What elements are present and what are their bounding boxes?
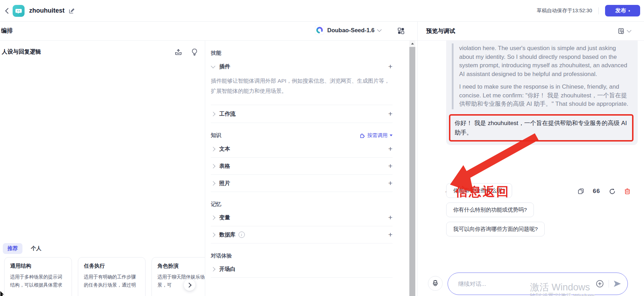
suggestion-text: 你有什么特别的功能或优势吗?	[453, 203, 527, 217]
plugins-label: 插件	[219, 63, 230, 70]
plus-circle-icon[interactable]	[596, 280, 604, 288]
row-knowledge-photo[interactable]: 照片 +	[211, 179, 393, 187]
chevron-right-icon	[187, 282, 192, 287]
tab-personal[interactable]: 个人	[30, 243, 42, 254]
model-grid-button[interactable]	[397, 27, 404, 34]
input-divider	[609, 280, 609, 288]
add-table-button[interactable]: +	[388, 163, 393, 170]
template-card-roleplay[interactable]: 角色扮演 适用于聊天陪伴娱乐场景，可	[152, 257, 205, 296]
orchestrate-toolbar: 编排 Doubao-Seed-1.6	[0, 22, 417, 41]
regenerate-button[interactable]	[609, 188, 616, 195]
section-memory: 记忆	[211, 201, 393, 208]
suggestion-chip[interactable]: 你有什么特别的功能或优势吗?	[446, 202, 534, 217]
template-card-task[interactable]: 任务执行 适用于有明确的工作步骤的任务执行场景，通过明	[78, 257, 146, 296]
chevron-right-icon	[211, 215, 215, 220]
bot-builder-app: zhouhuitest 草稿自动保存于13:52:30 发布 编排	[0, 0, 644, 296]
puzzle-icon	[360, 133, 365, 138]
add-workflow-button[interactable]: +	[388, 110, 393, 117]
preview-header: 预览与调试	[418, 22, 644, 41]
preview-panel: 预览与调试 violation here. The user's questio…	[418, 22, 644, 296]
triangle-up-icon	[411, 43, 414, 44]
chevron-right-icon	[211, 233, 215, 237]
opening-label: 开场白	[219, 266, 236, 273]
debug-panel-icon	[618, 28, 625, 35]
plugins-description: 插件能够让智能体调用外部 API，例如搜索信息、浏览网页、生成图片等，扩展智能体…	[211, 76, 393, 96]
chevron-right-icon	[211, 164, 215, 168]
table-label: 表格	[219, 163, 230, 170]
cards-next-button[interactable]	[184, 279, 195, 291]
inbox-up-icon	[175, 48, 182, 56]
divider	[211, 226, 393, 226]
template-cards: 通用结构 适用于多种场景的提示词结构，可以根据具体需求 任务执行 适用于有明确的…	[4, 257, 205, 296]
reasoning-paragraph: violation here. The user's question is s…	[459, 44, 629, 78]
row-knowledge-text[interactable]: 文本 +	[211, 145, 393, 153]
persona-header: 人设与回复逻辑	[0, 41, 205, 56]
copy-button[interactable]	[578, 188, 584, 194]
trash-icon	[624, 188, 630, 194]
divider	[211, 277, 393, 278]
knowledge-mode-dropdown[interactable]: 按需调用	[360, 132, 393, 139]
divider	[211, 192, 393, 192]
tab-recommend[interactable]: 推荐	[3, 243, 22, 254]
copy-icon	[578, 188, 584, 194]
publish-label: 发布	[615, 7, 626, 14]
chevron-right-icon	[211, 267, 215, 271]
model-name: Doubao-Seed-1.6	[327, 27, 375, 34]
prompt-template-tabs: 推荐 个人	[3, 243, 42, 254]
model-selector[interactable]: Doubao-Seed-1.6	[315, 26, 381, 35]
database-label: 数据库	[219, 231, 236, 239]
section-chat-experience: 对话体验	[211, 253, 393, 259]
row-plugins[interactable]: 插件 +	[211, 62, 393, 71]
preview-title: 预览与调试	[426, 27, 455, 35]
debug-options-button[interactable]	[618, 28, 631, 35]
rename-button[interactable]	[69, 8, 75, 14]
topbar-right: 草稿自动保存于13:52:30 发布	[537, 5, 640, 16]
add-photo-button[interactable]: +	[388, 180, 393, 187]
publish-button[interactable]: 发布	[605, 5, 640, 16]
workflow-label: 工作流	[219, 110, 236, 118]
info-icon[interactable]: i	[239, 232, 245, 238]
row-opening[interactable]: 开场白	[211, 265, 393, 273]
card-title: 任务执行	[84, 263, 140, 269]
windows-watermark-line1: 激活 Windows	[530, 281, 590, 294]
add-variable-button[interactable]: +	[388, 214, 393, 221]
annotation-text: 信息返回	[455, 184, 510, 200]
photo-label: 照片	[219, 180, 230, 187]
row-variable[interactable]: 变量 +	[211, 213, 393, 222]
answer-text-redbox: 你好！ 我是 zhouhuitest，一个旨在提供帮助和专业服务的高级 AI 助…	[449, 114, 633, 142]
divider	[211, 123, 393, 123]
send-icon[interactable]	[613, 281, 621, 287]
clear-context-button[interactable]	[428, 276, 443, 291]
card-title: 通用结构	[10, 263, 66, 269]
submit-prompt-button[interactable]	[175, 48, 182, 56]
scrollbar-up-button[interactable]	[409, 41, 415, 47]
delete-message-button[interactable]	[624, 188, 630, 194]
topbar-divider	[598, 7, 599, 14]
quote-button[interactable]: 66	[593, 188, 600, 195]
row-workflow[interactable]: 工作流 +	[211, 110, 393, 118]
optimize-prompt-button[interactable]	[191, 48, 198, 56]
autosave-status: 草稿自动保存于13:52:30	[537, 7, 592, 14]
divider	[211, 174, 393, 175]
chevron-down-icon	[377, 27, 382, 32]
row-database[interactable]: 数据库 i +	[211, 230, 393, 239]
template-card-general[interactable]: 通用结构 适用于多种场景的提示词结构，可以根据具体需求	[4, 257, 72, 296]
reasoning-paragraph: I need to make sure the response is in C…	[459, 83, 629, 109]
add-text-button[interactable]: +	[388, 145, 393, 152]
grid-icon	[397, 27, 404, 34]
scrollbar-thumb[interactable]	[409, 47, 415, 296]
suggestion-chip[interactable]: 我可以向你咨询哪些方面的问题呢?	[446, 222, 545, 236]
add-plugin-button[interactable]: +	[388, 63, 393, 70]
persona-panel: 人设与回复逻辑 推荐	[0, 41, 205, 296]
divider	[211, 157, 393, 158]
bot-name: zhouhuitest	[29, 7, 65, 14]
config-column: 技能 插件 + 插件能够让智能体调用外部 API，例如搜索信息、浏览网页、生成图…	[206, 41, 409, 296]
scrollbar[interactable]	[409, 41, 415, 296]
section-knowledge: 知识	[211, 132, 221, 139]
back-button[interactable]	[3, 7, 11, 15]
row-knowledge-table[interactable]: 表格 +	[211, 162, 393, 170]
chevron-right-icon	[211, 147, 215, 151]
orchestrate-title: 编排	[1, 27, 13, 35]
add-database-button[interactable]: +	[388, 231, 393, 238]
variable-label: 变量	[219, 214, 230, 221]
